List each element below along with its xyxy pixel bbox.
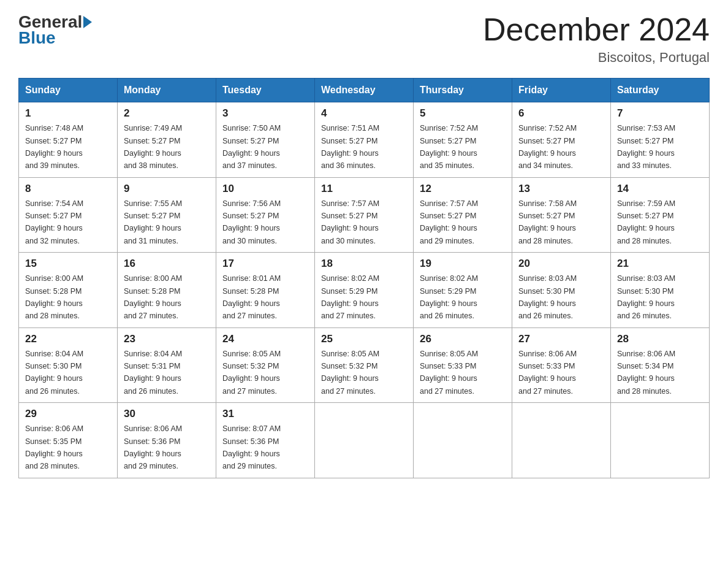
day-number: 12 — [420, 183, 506, 195]
day-number: 1 — [25, 107, 111, 120]
table-cell: 26 Sunrise: 8:05 AMSunset: 5:33 PMDaylig… — [414, 327, 512, 403]
day-info: Sunrise: 8:03 AMSunset: 5:30 PMDaylight:… — [617, 274, 675, 320]
day-number: 9 — [124, 183, 210, 195]
day-number: 23 — [124, 333, 210, 345]
day-number: 25 — [321, 333, 407, 345]
table-cell: 5 Sunrise: 7:52 AMSunset: 5:27 PMDayligh… — [414, 102, 512, 178]
table-cell: 10 Sunrise: 7:56 AMSunset: 5:27 PMDaylig… — [216, 177, 315, 253]
day-info: Sunrise: 8:06 AMSunset: 5:34 PMDaylight:… — [617, 350, 675, 396]
title-block: December 2024 Biscoitos, Portugal — [483, 12, 710, 66]
day-info: Sunrise: 8:06 AMSunset: 5:36 PMDaylight:… — [124, 424, 182, 470]
col-saturday: Saturday — [611, 79, 710, 102]
day-info: Sunrise: 8:00 AMSunset: 5:28 PMDaylight:… — [124, 274, 182, 320]
day-info: Sunrise: 8:03 AMSunset: 5:30 PMDaylight:… — [518, 274, 577, 320]
logo-blue: Blue — [18, 28, 56, 48]
table-cell — [512, 403, 611, 478]
calendar-body: 1 Sunrise: 7:48 AMSunset: 5:27 PMDayligh… — [19, 102, 710, 478]
day-info: Sunrise: 8:07 AMSunset: 5:36 PMDaylight:… — [222, 424, 281, 470]
day-number: 10 — [222, 183, 308, 195]
page-header: General Blue December 2024 Biscoitos, Po… — [18, 12, 710, 66]
day-info: Sunrise: 8:04 AMSunset: 5:31 PMDaylight:… — [124, 350, 182, 396]
table-cell: 23 Sunrise: 8:04 AMSunset: 5:31 PMDaylig… — [118, 327, 216, 403]
day-number: 13 — [518, 183, 604, 195]
day-info: Sunrise: 8:06 AMSunset: 5:33 PMDaylight:… — [518, 350, 577, 396]
day-number: 26 — [420, 333, 506, 345]
day-info: Sunrise: 8:02 AMSunset: 5:29 PMDaylight:… — [321, 274, 379, 320]
day-info: Sunrise: 7:59 AMSunset: 5:27 PMDaylight:… — [617, 199, 675, 245]
day-number: 27 — [518, 333, 604, 345]
table-cell: 16 Sunrise: 8:00 AMSunset: 5:28 PMDaylig… — [118, 253, 216, 328]
table-cell: 14 Sunrise: 7:59 AMSunset: 5:27 PMDaylig… — [611, 177, 710, 253]
day-info: Sunrise: 7:53 AMSunset: 5:27 PMDaylight:… — [617, 124, 675, 170]
day-info: Sunrise: 7:50 AMSunset: 5:27 PMDaylight:… — [222, 124, 281, 170]
day-number: 29 — [25, 408, 111, 420]
day-number: 28 — [617, 333, 703, 345]
calendar-header: Sunday Monday Tuesday Wednesday Thursday… — [19, 79, 710, 102]
table-cell: 3 Sunrise: 7:50 AMSunset: 5:27 PMDayligh… — [216, 102, 315, 178]
day-number: 30 — [124, 408, 210, 420]
day-number: 8 — [25, 183, 111, 195]
table-cell — [315, 403, 414, 478]
calendar-table: Sunday Monday Tuesday Wednesday Thursday… — [18, 78, 710, 478]
day-info: Sunrise: 8:05 AMSunset: 5:33 PMDaylight:… — [420, 350, 478, 396]
day-info: Sunrise: 7:51 AMSunset: 5:27 PMDaylight:… — [321, 124, 379, 170]
day-info: Sunrise: 8:06 AMSunset: 5:35 PMDaylight:… — [25, 424, 83, 470]
day-number: 15 — [25, 258, 111, 270]
table-cell: 20 Sunrise: 8:03 AMSunset: 5:30 PMDaylig… — [512, 253, 611, 328]
col-wednesday: Wednesday — [315, 79, 414, 102]
logo: General Blue — [18, 12, 93, 48]
day-number: 2 — [124, 107, 210, 120]
day-info: Sunrise: 8:05 AMSunset: 5:32 PMDaylight:… — [321, 350, 379, 396]
table-cell: 24 Sunrise: 8:05 AMSunset: 5:32 PMDaylig… — [216, 327, 315, 403]
table-cell: 15 Sunrise: 8:00 AMSunset: 5:28 PMDaylig… — [19, 253, 118, 328]
table-cell: 2 Sunrise: 7:49 AMSunset: 5:27 PMDayligh… — [118, 102, 216, 178]
day-info: Sunrise: 7:49 AMSunset: 5:27 PMDaylight:… — [124, 124, 182, 170]
day-number: 6 — [518, 107, 604, 120]
table-cell: 18 Sunrise: 8:02 AMSunset: 5:29 PMDaylig… — [315, 253, 414, 328]
day-info: Sunrise: 8:00 AMSunset: 5:28 PMDaylight:… — [25, 274, 83, 320]
day-number: 5 — [420, 107, 506, 120]
day-info: Sunrise: 8:01 AMSunset: 5:28 PMDaylight:… — [222, 274, 281, 320]
table-cell: 21 Sunrise: 8:03 AMSunset: 5:30 PMDaylig… — [611, 253, 710, 328]
col-tuesday: Tuesday — [216, 79, 315, 102]
logo-arrow-icon — [83, 16, 92, 28]
table-cell: 25 Sunrise: 8:05 AMSunset: 5:32 PMDaylig… — [315, 327, 414, 403]
table-cell — [611, 403, 710, 478]
day-number: 21 — [617, 258, 703, 270]
col-thursday: Thursday — [414, 79, 512, 102]
table-cell: 12 Sunrise: 7:57 AMSunset: 5:27 PMDaylig… — [414, 177, 512, 253]
table-cell: 28 Sunrise: 8:06 AMSunset: 5:34 PMDaylig… — [611, 327, 710, 403]
table-cell: 19 Sunrise: 8:02 AMSunset: 5:29 PMDaylig… — [414, 253, 512, 328]
day-number: 7 — [617, 107, 703, 120]
day-info: Sunrise: 7:56 AMSunset: 5:27 PMDaylight:… — [222, 199, 281, 245]
day-number: 22 — [25, 333, 111, 345]
location: Biscoitos, Portugal — [483, 50, 710, 66]
day-number: 3 — [222, 107, 308, 120]
day-number: 19 — [420, 258, 506, 270]
col-sunday: Sunday — [19, 79, 118, 102]
table-cell: 17 Sunrise: 8:01 AMSunset: 5:28 PMDaylig… — [216, 253, 315, 328]
day-number: 11 — [321, 183, 407, 195]
table-cell: 9 Sunrise: 7:55 AMSunset: 5:27 PMDayligh… — [118, 177, 216, 253]
day-info: Sunrise: 7:58 AMSunset: 5:27 PMDaylight:… — [518, 199, 577, 245]
day-info: Sunrise: 8:02 AMSunset: 5:29 PMDaylight:… — [420, 274, 478, 320]
day-info: Sunrise: 7:54 AMSunset: 5:27 PMDaylight:… — [25, 199, 83, 245]
month-title: December 2024 — [483, 12, 710, 47]
day-info: Sunrise: 7:57 AMSunset: 5:27 PMDaylight:… — [321, 199, 379, 245]
table-cell: 22 Sunrise: 8:04 AMSunset: 5:30 PMDaylig… — [19, 327, 118, 403]
day-info: Sunrise: 7:57 AMSunset: 5:27 PMDaylight:… — [420, 199, 478, 245]
day-number: 24 — [222, 333, 308, 345]
day-info: Sunrise: 7:55 AMSunset: 5:27 PMDaylight:… — [124, 199, 182, 245]
day-info: Sunrise: 8:05 AMSunset: 5:32 PMDaylight:… — [222, 350, 281, 396]
col-monday: Monday — [118, 79, 216, 102]
day-number: 18 — [321, 258, 407, 270]
day-info: Sunrise: 7:52 AMSunset: 5:27 PMDaylight:… — [420, 124, 478, 170]
day-number: 14 — [617, 183, 703, 195]
day-info: Sunrise: 7:48 AMSunset: 5:27 PMDaylight:… — [25, 124, 83, 170]
day-info: Sunrise: 7:52 AMSunset: 5:27 PMDaylight:… — [518, 124, 577, 170]
col-friday: Friday — [512, 79, 611, 102]
table-cell: 29 Sunrise: 8:06 AMSunset: 5:35 PMDaylig… — [19, 403, 118, 478]
day-number: 31 — [222, 408, 308, 420]
table-cell: 7 Sunrise: 7:53 AMSunset: 5:27 PMDayligh… — [611, 102, 710, 178]
day-number: 20 — [518, 258, 604, 270]
